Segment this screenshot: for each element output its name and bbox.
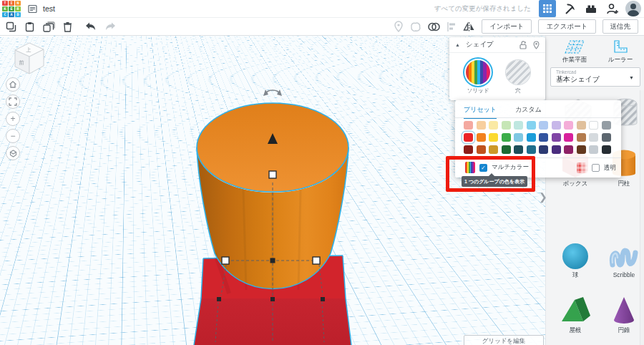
shape-category-dropdown[interactable]: Tinkercad 基本シェイプ ▼ [550,67,640,87]
send-button[interactable]: 送信先 [602,19,639,34]
delete-button[interactable] [63,21,72,32]
brick-export-button[interactable] [582,1,599,17]
color-swatch[interactable] [602,133,611,142]
gallery-label: 屋根 [553,326,597,335]
logo-tile: C [2,12,8,17]
scale-side-handle-right[interactable] [313,257,320,264]
collapse-panel-button[interactable]: ▲ [455,42,460,47]
color-swatch[interactable] [477,133,486,142]
design-title[interactable]: test [43,4,55,13]
sidebar-collapse-chevron[interactable]: ❯ [539,188,550,206]
dashboard-button[interactable] [539,0,556,17]
color-swatch[interactable] [564,133,573,142]
color-swatch[interactable] [552,121,561,130]
color-swatch[interactable] [564,145,573,154]
scale-side-handle-left[interactable] [222,257,229,264]
undo-button[interactable] [84,21,97,31]
ruler-tool[interactable]: ルーラー [600,39,640,64]
duplicate-button[interactable] [43,21,55,32]
color-swatch[interactable] [502,145,511,154]
pin-icon[interactable] [533,41,540,49]
solid-option[interactable]: ソリッド [462,60,494,94]
fit-view-button[interactable] [6,94,20,109]
divider [455,157,621,158]
color-swatch[interactable] [527,145,536,154]
transparent-checkbox[interactable] [592,164,600,172]
hole-option[interactable]: 穴 [502,60,534,94]
gallery-label: Scribble [602,271,644,278]
color-swatch[interactable] [502,121,511,130]
zoom-out-button[interactable]: − [6,129,20,143]
multicolor-checkbox[interactable]: ✓ [479,164,487,172]
gallery-item-roof[interactable]: 屋根 [553,294,597,335]
workplane-label: 作業平面 [555,56,595,64]
color-swatch[interactable] [477,121,486,130]
gallery-item-cone[interactable]: 円錐 [602,294,644,335]
copy-button[interactable] [6,21,16,32]
color-swatch[interactable] [577,145,586,154]
color-swatch[interactable] [539,121,548,130]
color-swatch[interactable] [489,121,498,130]
color-swatch[interactable] [539,133,548,142]
color-swatch[interactable] [589,133,598,142]
color-swatch[interactable] [514,121,523,130]
unlock-icon[interactable] [519,41,527,49]
color-swatch[interactable] [552,133,561,142]
color-swatch[interactable] [602,145,611,154]
workplane-tool[interactable]: 作業平面 [555,39,595,64]
perspective-toggle-button[interactable] [6,146,20,160]
mirror-button[interactable] [463,21,475,32]
color-swatch[interactable] [589,121,598,130]
color-swatch[interactable] [464,145,473,154]
toolbar-left-group [0,21,117,32]
color-swatch[interactable] [602,121,611,130]
gallery-scrollbar[interactable] [640,90,644,345]
gallery-label: 球 [553,271,597,280]
user-avatar[interactable] [625,1,641,16]
app-header: TIN KER CAD test すべての変更が保存されました [0,0,644,18]
color-tabs: プリセット カスタム [455,100,621,119]
color-swatch[interactable] [577,133,586,142]
color-swatch[interactable] [539,145,548,154]
group-button[interactable] [428,21,440,32]
design-properties-icon[interactable] [28,4,37,14]
notes-pin-button[interactable] [394,21,404,32]
import-button[interactable]: インポート [482,19,532,34]
zoom-in-button[interactable]: + [6,112,20,126]
export-button[interactable]: エクスポート [538,19,595,34]
redo-button[interactable] [104,21,117,31]
color-swatch[interactable] [477,145,486,154]
color-swatch[interactable] [552,145,561,154]
ungroup-button[interactable] [410,21,421,32]
color-swatch[interactable] [489,145,498,154]
color-swatch[interactable] [514,145,523,154]
color-swatch[interactable] [489,133,498,142]
gallery-item-sphere[interactable]: 球 [553,242,597,280]
tinkercad-logo[interactable]: TIN KER CAD [2,1,21,17]
color-swatch[interactable] [464,133,473,142]
color-swatch[interactable] [527,121,536,130]
color-swatch[interactable] [502,133,511,142]
grid-icon [543,4,552,13]
color-swatch[interactable] [577,121,586,130]
invite-collaborator-button[interactable] [604,1,620,17]
color-swatch[interactable] [464,121,473,130]
home-view-button[interactable] [6,77,20,92]
view-cube[interactable]: 上 前 [9,39,50,77]
shape-sidebar: 作業平面 ルーラー Tinkercad 基本シェイプ ▼ [545,36,644,345]
brick-icon [585,2,597,15]
hole-pattern-circle[interactable] [506,60,530,84]
multicolor-tooltip: 1 つのグループの色を表示 [462,176,527,187]
gallery-item-scribble[interactable]: Scribble [602,243,644,278]
paste-button[interactable] [24,21,35,32]
color-swatch[interactable] [514,133,523,142]
solid-color-circle[interactable] [466,60,490,84]
align-button[interactable] [447,21,457,32]
minecraft-export-button[interactable] [561,1,577,17]
color-swatch[interactable] [589,145,598,154]
pickaxe-icon [563,2,576,15]
color-swatch[interactable] [527,133,536,142]
color-swatch[interactable] [564,121,573,130]
edit-grid-button[interactable]: グリッドを編集 [464,335,544,345]
scale-height-handle[interactable] [269,171,276,178]
